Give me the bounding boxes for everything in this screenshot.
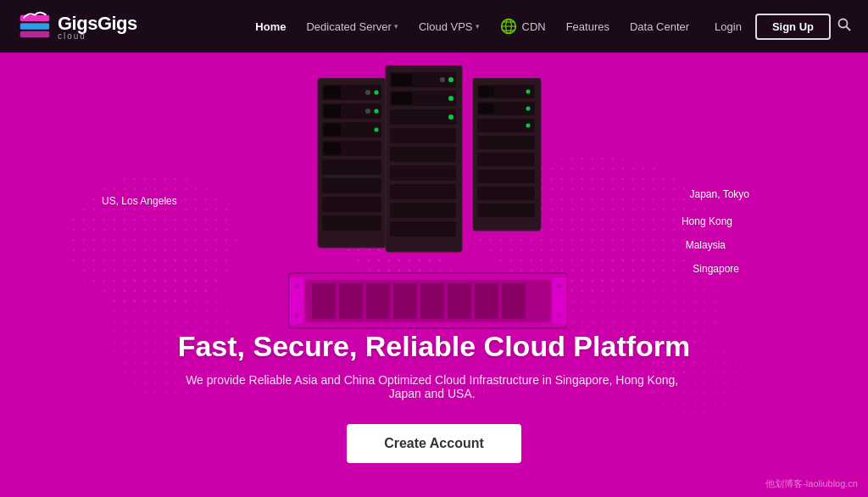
watermark: 他划博客-laoliublog.cn bbox=[765, 477, 858, 490]
create-account-button[interactable]: Create Account bbox=[347, 424, 521, 463]
svg-point-86 bbox=[294, 313, 299, 318]
server-tower-middle bbox=[381, 65, 466, 269]
svg-point-38 bbox=[375, 109, 379, 114]
svg-rect-22 bbox=[324, 87, 341, 98]
svg-rect-81 bbox=[475, 283, 498, 319]
hero-subtitle: We provide Reliable Asia and China Optim… bbox=[178, 373, 687, 400]
nav-features[interactable]: Features bbox=[558, 15, 618, 38]
svg-rect-76 bbox=[339, 283, 363, 319]
signup-button[interactable]: Sign Up bbox=[755, 14, 831, 40]
nav-home[interactable]: Home bbox=[247, 15, 294, 38]
svg-line-9 bbox=[847, 27, 851, 31]
svg-rect-80 bbox=[448, 283, 471, 319]
location-singapore-label: Singapore bbox=[693, 263, 739, 275]
svg-rect-79 bbox=[420, 283, 444, 319]
svg-point-87 bbox=[557, 283, 562, 288]
svg-point-45 bbox=[448, 77, 453, 82]
nav-cloudvps[interactable]: Cloud VPS ▾ bbox=[410, 15, 488, 38]
logo: GigsGigs cloud bbox=[17, 8, 137, 44]
svg-rect-68 bbox=[477, 170, 535, 183]
svg-point-44 bbox=[440, 77, 445, 82]
svg-rect-69 bbox=[477, 187, 535, 200]
location-us-label: US, Los Angeles bbox=[102, 195, 177, 207]
nav-menu: Home Dedicated Server ▾ Cloud VPS ▾ CDN … bbox=[247, 13, 698, 40]
search-button[interactable] bbox=[837, 18, 851, 35]
login-button[interactable]: Login bbox=[706, 15, 750, 38]
svg-point-71 bbox=[526, 124, 531, 128]
nav-cdn[interactable]: CDN bbox=[492, 13, 554, 40]
svg-point-39 bbox=[375, 128, 379, 132]
svg-rect-53 bbox=[390, 184, 456, 199]
search-icon bbox=[837, 18, 851, 31]
svg-rect-78 bbox=[393, 283, 417, 319]
location-malaysia-label: Malaysia bbox=[686, 239, 726, 251]
svg-rect-26 bbox=[324, 105, 341, 117]
svg-rect-55 bbox=[390, 221, 456, 237]
svg-rect-47 bbox=[392, 92, 412, 104]
svg-rect-77 bbox=[366, 283, 390, 319]
chevron-down-icon: ▾ bbox=[476, 22, 480, 31]
logo-text-area: GigsGigs cloud bbox=[58, 13, 137, 41]
server-tower-right bbox=[470, 78, 542, 248]
svg-rect-36 bbox=[322, 215, 381, 231]
svg-rect-54 bbox=[390, 203, 456, 218]
hero-section: US, Los Angeles Japan, Tokyo Hong Kong M… bbox=[0, 53, 868, 497]
svg-rect-50 bbox=[390, 128, 456, 143]
hero-title: Fast, Secure, Reliable Cloud Platform bbox=[178, 330, 691, 363]
svg-rect-2 bbox=[20, 31, 49, 38]
location-hk-label: Hong Kong bbox=[682, 215, 732, 227]
svg-point-8 bbox=[839, 20, 848, 28]
svg-point-37 bbox=[375, 91, 379, 95]
svg-rect-33 bbox=[322, 159, 381, 175]
brand-name: GigsGigs bbox=[58, 13, 137, 34]
svg-rect-35 bbox=[322, 197, 381, 212]
svg-point-64 bbox=[526, 107, 531, 111]
svg-point-27 bbox=[365, 109, 370, 114]
svg-point-88 bbox=[557, 313, 562, 318]
svg-point-56 bbox=[448, 114, 453, 120]
cdn-globe-icon bbox=[500, 18, 517, 35]
svg-rect-51 bbox=[390, 147, 456, 162]
svg-rect-60 bbox=[479, 87, 494, 97]
svg-rect-49 bbox=[390, 109, 456, 125]
svg-rect-66 bbox=[477, 136, 535, 149]
location-japan-label: Japan, Tokyo bbox=[690, 188, 750, 200]
svg-point-23 bbox=[365, 90, 370, 95]
server-tower-left bbox=[314, 78, 390, 265]
svg-rect-34 bbox=[322, 178, 381, 193]
svg-rect-67 bbox=[477, 153, 535, 166]
svg-point-61 bbox=[526, 90, 531, 94]
svg-point-48 bbox=[448, 96, 453, 101]
nav-dedicated[interactable]: Dedicated Server ▾ bbox=[298, 15, 406, 38]
svg-rect-32 bbox=[324, 142, 341, 154]
svg-rect-63 bbox=[479, 103, 494, 114]
chevron-down-icon: ▾ bbox=[394, 22, 398, 31]
svg-rect-43 bbox=[392, 74, 412, 86]
logo-icon bbox=[17, 8, 53, 44]
hero-content: Fast, Secure, Reliable Cloud Platform We… bbox=[178, 330, 691, 463]
svg-point-85 bbox=[294, 283, 299, 288]
svg-rect-75 bbox=[312, 283, 336, 319]
svg-rect-30 bbox=[324, 124, 341, 136]
svg-rect-1 bbox=[20, 23, 49, 30]
svg-rect-70 bbox=[477, 204, 535, 217]
nav-datacenter[interactable]: Data Center bbox=[621, 15, 698, 38]
navbar: GigsGigs cloud Home Dedicated Server ▾ C… bbox=[0, 0, 868, 53]
svg-rect-82 bbox=[502, 283, 526, 319]
svg-rect-52 bbox=[390, 165, 456, 181]
